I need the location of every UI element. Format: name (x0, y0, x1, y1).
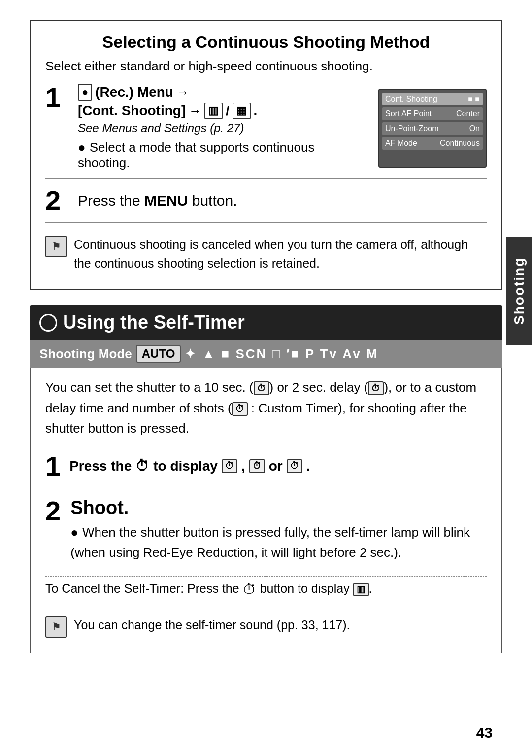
display-icon-2: ⏱ (249, 459, 265, 473)
cam-row-1-label: Sort AF Point (385, 109, 432, 118)
shoot-title: Shoot. (70, 497, 487, 518)
or-text: or (269, 458, 283, 474)
step2-text: Press the MENU button. (78, 192, 237, 209)
mode-icons: ✦ ▲ ■ SCN □ ′■ P Tv Av M (185, 346, 378, 362)
step1-menu-line: ● (Rec.) Menu → (78, 84, 368, 101)
rec-menu-text: (Rec.) Menu (95, 84, 173, 100)
camera-screen-mockup: Cont. Shooting ■ ■ Sort AF Point Center … (378, 89, 487, 168)
selftimer-step1-number: 1 (45, 452, 61, 480)
page-container: Shooting Selecting a Continuous Shooting… (0, 0, 532, 756)
selftimer-body: You can set the shutter to a 10 sec. (⏱)… (30, 368, 502, 653)
note-box: ⚑ Continuous shooting is canceled when y… (45, 231, 487, 277)
cam-row-0-value: ■ ■ (468, 95, 480, 103)
step1-cont-line: [Cont. Shooting] → ▥ / ▦ . (78, 103, 368, 119)
rec-icon: ● (78, 84, 92, 101)
step1-bullet: Select a mode that supports continuous s… (78, 140, 368, 171)
slash-sep: / (226, 103, 229, 119)
note-text: Continuous shooting is canceled when you… (74, 236, 487, 273)
step1-row: 1 ● (Rec.) Menu → [Cont. Shooting] → ▥ / (45, 84, 487, 171)
side-tab: Shooting (506, 237, 532, 345)
step2-row: 2 Press the MENU button. (45, 187, 487, 214)
cam-row-2-label: Un-Point-Zoom (385, 124, 438, 133)
cam-row-2: Un-Point-Zoom On (382, 122, 483, 135)
period-cont: . (254, 103, 258, 119)
selftimer-step1: 1 Press the ⏱ to display ⏱ , ⏱ or ⏱ . (45, 447, 487, 485)
icon-cont1: ▥ (204, 103, 223, 119)
timer-10sec-icon: ⏱ (254, 381, 269, 395)
cam-row-1-value: Center (456, 109, 480, 118)
selftimer-title: Using the Self-Timer (63, 312, 245, 333)
shoot-bullet: When the shutter button is pressed fully… (70, 522, 487, 563)
divider-1 (45, 178, 487, 179)
press-text-pre: Press the (69, 458, 132, 474)
step1-details: ● (Rec.) Menu → [Cont. Shooting] → ▥ / ▦… (78, 84, 368, 171)
shooting-mode-bar: Shooting Mode AUTO ✦ ▲ ■ SCN □ ′■ P Tv A… (30, 340, 502, 368)
section-continuous-title: Selecting a Continuous Shooting Method (45, 33, 487, 52)
timer-2sec-icon: ⏱ (368, 381, 384, 395)
side-tab-label: Shooting (511, 257, 527, 324)
display-icon-1: ⏱ (222, 459, 237, 473)
display-icon-3: ⏱ (287, 459, 302, 473)
cancel-note: To Cancel the Self-Timer: Press the ⏱ bu… (45, 576, 487, 603)
cam-row-0-label: Cont. Shooting (385, 95, 437, 103)
selftimer-circle-icon (39, 314, 57, 332)
comma-sep: , (241, 458, 245, 474)
auto-badge: AUTO (136, 345, 181, 363)
cancel-timer-sym: ⏱ (243, 582, 257, 597)
arrow2: → (189, 103, 201, 119)
selftimer-sym-icon: ⏱ (135, 458, 149, 474)
page-number: 43 (476, 724, 493, 741)
note-icon: ⚑ (45, 236, 67, 257)
step1-see-note: See Menus and Settings (p. 27) (78, 121, 368, 135)
step1-number: 1 (45, 84, 65, 111)
section-continuous: Selecting a Continuous Shooting Method S… (30, 20, 502, 290)
cont-shooting-text: [Cont. Shooting] (78, 103, 186, 119)
divider-2 (45, 222, 487, 223)
press-text-mid: to display (153, 458, 218, 474)
cam-row-2-value: On (469, 124, 480, 133)
section-continuous-subtitle: Select either standard or high-speed con… (45, 59, 487, 74)
timer-custom-icon: ⏱ (232, 402, 248, 416)
selftimer-step2-number: 2 (45, 497, 61, 525)
selftimer-step1-line: 1 Press the ⏱ to display ⏱ , ⏱ or ⏱ . (45, 452, 310, 480)
step1-content: 1 ● (Rec.) Menu → [Cont. Shooting] → ▥ / (45, 84, 368, 171)
tip-box: ⚑ You can change the self-timer sound (p… (45, 611, 487, 643)
selftimer-step2-content: Shoot. When the shutter button is presse… (70, 497, 487, 563)
step2-number: 2 (45, 187, 65, 214)
cam-row-1: Sort AF Point Center (382, 107, 483, 120)
selftimer-desc: You can set the shutter to a 10 sec. (⏱)… (45, 378, 487, 439)
cam-row-3-label: AF Mode (385, 139, 417, 148)
cancel-display-icon: ▥ (353, 583, 369, 596)
arrow1: → (176, 85, 189, 100)
shooting-mode-label: Shooting Mode (39, 346, 132, 362)
cam-row-3-value: Continuous (440, 139, 480, 148)
tip-icon: ⚑ (45, 616, 67, 638)
section-selftimer: Using the Self-Timer Shooting Mode AUTO … (30, 305, 502, 653)
cam-row-0: Cont. Shooting ■ ■ (382, 93, 483, 105)
selftimer-step2: 2 Shoot. When the shutter button is pres… (45, 492, 487, 568)
selftimer-header: Using the Self-Timer (30, 305, 502, 340)
tip-text: You can change the self-timer sound (pp.… (74, 616, 350, 635)
icon-cont2: ▦ (233, 103, 251, 119)
period-end: . (306, 458, 310, 474)
cam-row-3: AF Mode Continuous (382, 137, 483, 150)
